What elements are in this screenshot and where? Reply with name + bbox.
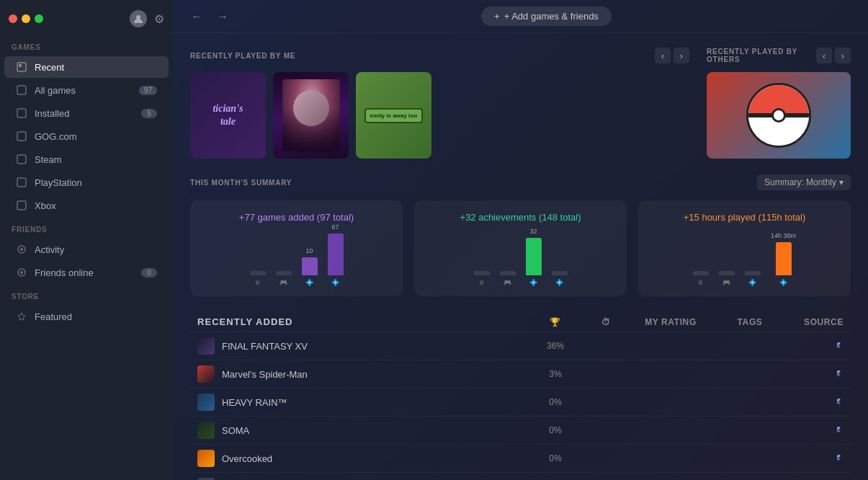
game-name-soma: SOMA bbox=[197, 422, 527, 439]
svg-rect-2 bbox=[19, 64, 22, 67]
pokeball-art bbox=[746, 83, 811, 148]
achievement-col-header: 🏆 bbox=[527, 317, 584, 327]
ach-bar-main bbox=[526, 238, 542, 275]
recently-played-me-title: RECENTLY PLAYED BY ME bbox=[190, 52, 295, 60]
sidebar-item-steam[interactable]: Steam bbox=[4, 148, 169, 170]
table-row[interactable]: FINAL FANTASY XV 36% bbox=[190, 332, 851, 360]
featured-icon bbox=[16, 311, 27, 322]
topbar: ← → + + Add games & friends bbox=[173, 0, 868, 33]
summary-dropdown-button[interactable]: Summary: Monthly ▾ bbox=[757, 174, 851, 190]
recently-played-others-section: RECENTLY PLAYED BY OTHERS ‹ › bbox=[707, 48, 851, 159]
sidebar-item-friends-online-label: Friends online bbox=[35, 267, 94, 278]
gog-bar-icon: 🖥 bbox=[254, 279, 261, 286]
friends-online-badge: 0 bbox=[141, 268, 157, 277]
table-row[interactable]: Overcooked 0% bbox=[190, 445, 851, 473]
sidebar-item-activity[interactable]: Activity bbox=[4, 239, 169, 260]
sidebar-item-gog-label: GOG.com bbox=[35, 131, 77, 142]
recently-played-me-header: RECENTLY PLAYED BY ME ‹ › bbox=[190, 48, 689, 63]
hours-bar-main bbox=[776, 242, 792, 275]
source-col-header: Source bbox=[786, 317, 844, 327]
hours-empty-bar-icon: 💠 bbox=[748, 279, 756, 286]
sidebar-item-featured[interactable]: Featured bbox=[4, 306, 169, 327]
avatar[interactable] bbox=[130, 10, 147, 27]
ps-icon-soma bbox=[833, 425, 844, 437]
game-cover-ticians-tale[interactable]: tician'stale bbox=[190, 72, 266, 159]
hours-bar-group-gog: 🖥 bbox=[693, 271, 709, 286]
sidebar-item-friends-online[interactable]: Friends online 0 bbox=[4, 262, 169, 283]
sidebar-item-featured-label: Featured bbox=[35, 311, 72, 322]
maximize-button[interactable] bbox=[35, 14, 43, 23]
titlebar: ⚙ bbox=[0, 6, 173, 35]
games-added-title: +77 games added (97 total) bbox=[202, 212, 391, 223]
ach-gog-bar-icon: 🖥 bbox=[478, 279, 485, 286]
hours-bar-empty bbox=[745, 271, 761, 275]
game-cover-game2[interactable] bbox=[273, 72, 349, 159]
sidebar-item-all-games[interactable]: All games 97 bbox=[4, 79, 169, 101]
content-area: RECENTLY PLAYED BY ME ‹ › tician'stale bbox=[173, 33, 868, 480]
add-games-friends-button[interactable]: + + Add games & friends bbox=[481, 6, 612, 26]
table-row[interactable]: Marvel's Spider-Man 3% bbox=[190, 360, 851, 388]
game-thumb-heavyrain bbox=[197, 394, 215, 411]
recently-played-prev-button[interactable]: ‹ bbox=[655, 48, 671, 63]
ps-large-bar-icon: 💠 bbox=[331, 279, 339, 286]
minimize-button[interactable] bbox=[22, 14, 30, 23]
achievements-chart: 🖥 🎮 32 💠 💠 bbox=[426, 231, 615, 289]
source-ffxv bbox=[786, 340, 844, 352]
recently-played-others-next-button[interactable]: › bbox=[835, 48, 851, 63]
add-btn-label: + Add games & friends bbox=[504, 11, 599, 22]
sidebar-item-steam-label: Steam bbox=[35, 154, 62, 165]
source-heavyrain bbox=[786, 396, 844, 409]
achievements-title: +32 achievements (148 total) bbox=[426, 212, 615, 223]
tags-col-header: Tags bbox=[714, 317, 786, 327]
ach-bar-group-ps: 🎮 bbox=[500, 271, 516, 286]
recently-added-header: RECENTLY ADDED 🏆 ⏱ My rating Tags Source bbox=[190, 312, 851, 332]
source-overcooked bbox=[786, 453, 844, 465]
recently-played-others-prev-button[interactable]: ‹ bbox=[816, 48, 832, 63]
sidebar-item-xbox-label: Xbox bbox=[35, 200, 56, 211]
nav-forward-button[interactable]: → bbox=[213, 7, 232, 26]
rating-col-header: My rating bbox=[627, 317, 714, 327]
hours-bar-main-value: 14h 36m bbox=[771, 232, 796, 239]
recently-added-title: RECENTLY ADDED bbox=[197, 316, 527, 327]
bar-group-steam-small: 10 💠 bbox=[302, 247, 318, 286]
games-section-label: GAMES bbox=[0, 35, 173, 55]
game-cover-emily[interactable]: emily is away too bbox=[356, 72, 431, 159]
bar-group-gog: 🖥 bbox=[250, 271, 266, 286]
sidebar-item-gog[interactable]: GOG.com bbox=[4, 125, 169, 147]
game-name-ffxv: FINAL FANTASY XV bbox=[197, 337, 527, 355]
game-cover-pokemon[interactable] bbox=[707, 72, 851, 159]
steam-icon bbox=[16, 154, 27, 165]
sidebar-item-recent[interactable]: Recent bbox=[4, 56, 169, 78]
source-soma bbox=[786, 425, 844, 437]
game-name-overcooked: Overcooked bbox=[197, 450, 527, 467]
ach-main-bar-icon: 💠 bbox=[529, 279, 537, 286]
bar-gog bbox=[250, 271, 266, 275]
summary-card-hours: +15 hours played (115h total) 🖥 🎮 � bbox=[638, 200, 851, 296]
sidebar-item-installed[interactable]: Installed 5 bbox=[4, 102, 169, 124]
ach-bar-group-gog: 🖥 bbox=[474, 271, 490, 286]
settings-icon[interactable]: ⚙ bbox=[154, 12, 164, 26]
close-button[interactable] bbox=[9, 14, 17, 23]
table-row[interactable]: HEAVY RAIN™ 0% bbox=[190, 388, 851, 417]
ach-ps-bar-icon: 🎮 bbox=[504, 279, 511, 286]
table-row[interactable]: What Remains of Edith Finch 0% bbox=[190, 473, 851, 480]
summary-section: THIS MONTH'S SUMMARY Summary: Monthly ▾ … bbox=[190, 174, 851, 296]
nav-back-button[interactable]: ← bbox=[187, 7, 206, 26]
recently-added-section: RECENTLY ADDED 🏆 ⏱ My rating Tags Source… bbox=[190, 312, 851, 480]
ps1-bar-icon: 🎮 bbox=[279, 279, 287, 286]
hours-bar-group-main: 14h 36m 💠 bbox=[771, 232, 796, 286]
game-label-soma: SOMA bbox=[222, 425, 249, 436]
table-row[interactable]: SOMA 0% bbox=[190, 417, 851, 445]
sidebar-item-playstation[interactable]: PlayStation bbox=[4, 172, 169, 193]
recently-played-others-nav: ‹ › bbox=[816, 48, 851, 63]
traffic-lights bbox=[9, 14, 43, 23]
svg-marker-13 bbox=[18, 313, 25, 320]
game-label-ffxv: FINAL FANTASY XV bbox=[222, 341, 308, 352]
hours-title: +15 hours played (115h total) bbox=[650, 212, 839, 223]
recently-played-next-button[interactable]: › bbox=[674, 48, 689, 63]
sidebar-item-xbox[interactable]: Xbox bbox=[4, 195, 169, 216]
bar-group-ps-large: 67 💠 bbox=[328, 223, 344, 286]
ps-icon-ffxv bbox=[833, 341, 844, 352]
game-thumb-soma bbox=[197, 422, 215, 439]
ach-bar-gog bbox=[474, 271, 490, 275]
